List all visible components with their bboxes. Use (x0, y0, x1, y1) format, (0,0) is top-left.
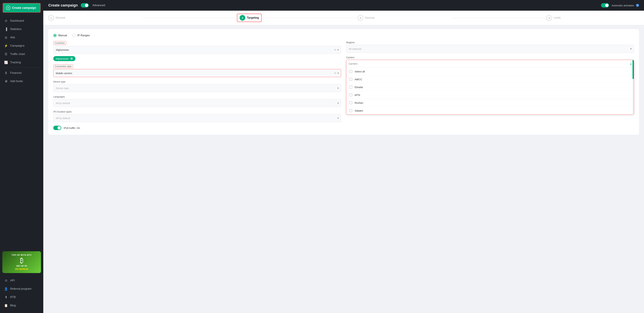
radio-ip-ranges[interactable]: IP Ranges (72, 34, 90, 37)
device-type-placeholder: Device type (56, 87, 338, 90)
sidebar-item-traffic-chart[interactable]: ☰ Traffic chart (0, 50, 43, 58)
sidebar-item-rtb[interactable]: ⬆ RTB (0, 293, 43, 301)
regions-select[interactable]: All selected ▾ (346, 45, 634, 53)
create-campaign-button[interactable]: + Create campaign (3, 3, 40, 13)
countries-select[interactable]: Afghanistan ✕ ▾ (53, 46, 341, 54)
regions-chevron-icon[interactable]: ▾ (630, 48, 632, 50)
carrier-option-etisalat[interactable]: Etisalat (346, 83, 634, 91)
content-area: Manual IP Ranges Countries Afghanistan (43, 25, 644, 313)
connection-type-label: Connection type (53, 64, 73, 68)
languages-select[interactable]: All by default ▾ (53, 99, 341, 107)
top-header: Create campaign Advanced Automatic activ… (43, 0, 644, 11)
languages-placeholder: All by default (56, 102, 338, 104)
ipv6-toggle[interactable] (53, 126, 61, 130)
sidebar-item-finances[interactable]: $ Finances (0, 69, 43, 77)
advanced-toggle[interactable] (81, 3, 89, 8)
btc-coin-icon: ₿ (20, 256, 24, 264)
carrier-option-salaam[interactable]: Salaam (346, 107, 634, 114)
sidebar-item-referral[interactable]: 👤 Referral program (0, 285, 43, 293)
countries-label: Countries (53, 41, 66, 45)
carrier-checkbox-mtn[interactable] (349, 94, 352, 96)
regions-icons: ▾ (630, 48, 632, 50)
step-sources[interactable]: 3 Sources (358, 15, 450, 21)
ip2-icons: ▾ (338, 117, 339, 119)
sidebar-item-blog[interactable]: 📋 Blog (0, 301, 43, 310)
step-connector-2 (263, 18, 356, 18)
carrier-option-mtn[interactable]: MTN (346, 91, 634, 99)
carrier-option-select-all[interactable]: Select all (346, 68, 634, 76)
carrier-checkbox-select-all[interactable] (349, 70, 352, 73)
rtb-icon: ⬆ (4, 295, 8, 299)
device-type-chevron-icon[interactable]: ▾ (338, 87, 339, 90)
content-card: Manual IP Ranges Countries Afghanistan (48, 29, 639, 135)
countries-value: Afghanistan (56, 48, 334, 51)
carriers-chevron-up-icon[interactable]: ▴ (630, 62, 632, 65)
ip2-select[interactable]: All by default ▾ (53, 114, 341, 122)
steps-bar: 1 General 2 Targeting 3 Sources 4 Limits (43, 11, 644, 25)
step-sources-number: 3 (358, 15, 363, 21)
countries-chevron-icon[interactable]: ▾ (338, 48, 339, 51)
radio-manual-label: Manual (58, 34, 67, 37)
carrier-checkbox-roshan[interactable] (349, 101, 352, 104)
countries-select-icons: ✕ ▾ (334, 48, 339, 52)
countries-section: Countries Afghanistan ✕ ▾ Afghanistan (53, 41, 341, 130)
plus-circle-icon: + (6, 6, 10, 10)
device-type-icons: ▾ (338, 87, 339, 90)
step-limits-label: Limits (554, 16, 560, 19)
carrier-option-roshan[interactable]: Roshan (346, 99, 634, 107)
dashboard-icon: ⊙ (4, 19, 8, 23)
carrier-checkbox-salaam[interactable] (349, 109, 352, 112)
ipv6-label: IPv6 traffic: On (64, 126, 80, 129)
ip2-label: IP2 location types (53, 110, 341, 113)
step-targeting[interactable]: 2 Targeting (237, 14, 262, 22)
traffic-chart-icon: ☰ (4, 52, 8, 56)
right-column: Regions All selected ▾ Carriers (346, 41, 634, 130)
toggle-knob (85, 4, 88, 7)
step-connector-3 (452, 18, 545, 18)
sidebar-item-tracking[interactable]: 📈 Tracking (0, 58, 43, 66)
connection-type-select[interactable]: Mobile carriers ✕ ▾ (53, 69, 341, 77)
sidebar-item-campaigns[interactable]: ⚡ Campaigns (0, 42, 43, 50)
sidebar-item-dashboard[interactable]: ⊙ Dashboard (0, 17, 43, 25)
ipv6-knob (58, 126, 61, 130)
languages-field: Languages All by default ▾ (53, 96, 341, 107)
step-general[interactable]: 1 General (48, 15, 141, 21)
auto-activation-toggle[interactable] (601, 3, 609, 8)
step-targeting-label: Targeting (247, 16, 259, 19)
connection-type-clear-icon[interactable]: ✕ (334, 72, 336, 75)
languages-chevron-icon[interactable]: ▾ (338, 102, 339, 104)
carrier-checkbox-awcc[interactable] (349, 78, 352, 81)
step-general-label: General (56, 16, 65, 19)
ip2-placeholder: All by default (56, 117, 338, 120)
btc-banner[interactable]: TOP UP WITH BTC ₿ GET UP TO 3% BONUS (2, 251, 41, 273)
device-type-field: Device type Device type ▾ (53, 80, 341, 92)
step-limits[interactable]: 4 Limits (546, 15, 639, 21)
form-grid: Countries Afghanistan ✕ ▾ Afghanistan (53, 41, 634, 130)
countries-clear-icon[interactable]: ✕ (334, 48, 336, 52)
main-area: Create campaign Advanced Automatic activ… (43, 0, 644, 313)
sidebar-item-add-funds[interactable]: 🖥 Add funds (0, 77, 43, 86)
statistics-icon: ▐ (4, 27, 8, 31)
device-type-select[interactable]: Device type ▾ (53, 84, 341, 92)
sidebar-item-ads[interactable]: ◎ Ads (0, 33, 43, 42)
carriers-field: Carriers ▴ Select all (346, 56, 634, 114)
carrier-checkbox-etisalat[interactable] (349, 86, 352, 88)
carriers-scrollbar-thumb[interactable] (632, 60, 634, 79)
sidebar-item-api[interactable]: ⊙ API (0, 276, 43, 285)
carriers-search-input[interactable] (349, 60, 630, 67)
regions-label: Regions (346, 41, 634, 44)
carriers-label: Carriers (346, 56, 634, 59)
languages-icons: ▾ (338, 102, 339, 104)
countries-tags: Afghanistan ✕ (53, 55, 341, 61)
targeting-mode-group: Manual IP Ranges (53, 34, 634, 37)
tag-remove-icon[interactable]: ✕ (70, 57, 73, 60)
auto-activation-info-icon[interactable]: i (636, 4, 639, 7)
radio-manual[interactable]: Manual (53, 34, 67, 37)
api-icon: ⊙ (4, 279, 8, 282)
sidebar-item-statistics[interactable]: ▐ Statistics (0, 25, 43, 33)
connection-type-chevron-icon[interactable]: ▾ (338, 72, 339, 74)
carrier-option-awcc[interactable]: AWCC (346, 76, 634, 83)
ip2-chevron-icon[interactable]: ▾ (338, 117, 339, 119)
referral-icon: 👤 (4, 287, 8, 291)
connection-type-value: Mobile carriers (56, 72, 334, 74)
